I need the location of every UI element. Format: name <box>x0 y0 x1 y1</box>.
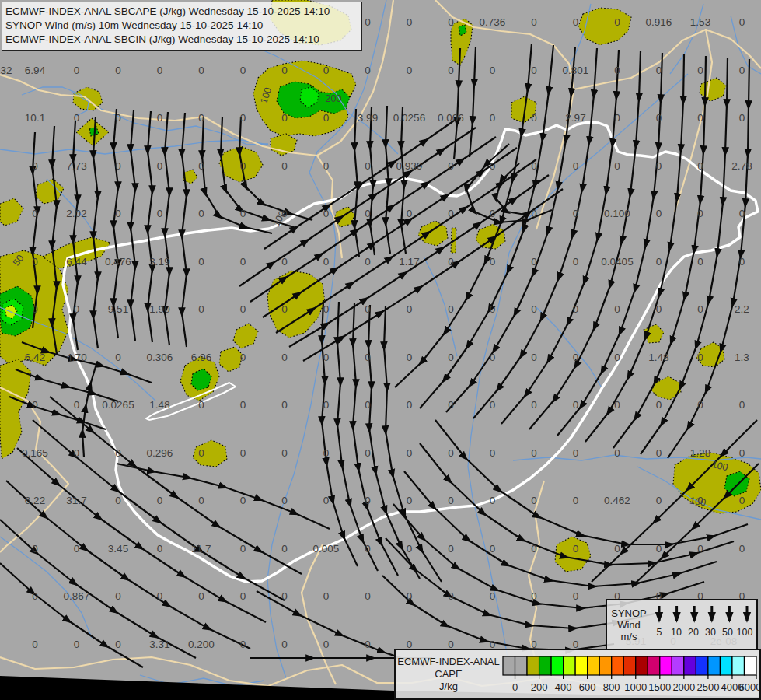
svg-text:0: 0 <box>490 208 496 219</box>
svg-text:0: 0 <box>323 495 330 506</box>
svg-text:2.78: 2.78 <box>731 160 752 172</box>
svg-text:0: 0 <box>531 65 537 76</box>
svg-text:0: 0 <box>281 639 288 650</box>
cape-tick-label: 800 <box>603 681 620 693</box>
svg-text:0: 0 <box>281 352 288 363</box>
svg-text:1.90: 1.90 <box>149 303 169 315</box>
wind-legend-source: SYNOP <box>611 607 647 619</box>
svg-text:0: 0 <box>614 352 620 363</box>
svg-text:0: 0 <box>157 543 163 555</box>
cape-swatch <box>564 656 576 675</box>
svg-text:0: 0 <box>656 65 662 76</box>
svg-text:1.28: 1.28 <box>690 447 710 459</box>
svg-text:0: 0 <box>490 590 496 602</box>
svg-text:0: 0 <box>115 352 121 363</box>
svg-text:0: 0 <box>74 543 80 555</box>
svg-text:0.916: 0.916 <box>646 16 672 28</box>
svg-text:3.19: 3.19 <box>149 256 169 268</box>
title-line-wind: SYNOP Wind (m/s) 10m Wednesday 15-10-202… <box>5 19 357 33</box>
svg-text:0: 0 <box>240 495 246 506</box>
cape-tick-label: 400 <box>555 681 572 693</box>
cape-swatch <box>648 656 660 675</box>
svg-text:10.1: 10.1 <box>25 112 45 124</box>
svg-text:2.2: 2.2 <box>735 303 749 315</box>
cape-tick-label: 200 <box>531 681 548 693</box>
svg-text:0: 0 <box>407 399 413 411</box>
svg-text:0: 0 <box>614 399 620 411</box>
svg-text:0: 0 <box>656 112 662 124</box>
svg-text:0: 0 <box>281 160 288 172</box>
svg-text:0: 0 <box>448 208 454 219</box>
svg-text:3.99: 3.99 <box>358 112 378 124</box>
svg-text:0: 0 <box>697 352 703 363</box>
cape-swatch <box>696 656 708 675</box>
svg-text:0: 0 <box>531 447 537 459</box>
svg-text:0: 0 <box>407 495 413 506</box>
cape-tick-label: 1500 <box>648 681 671 693</box>
svg-text:0: 0 <box>573 543 579 555</box>
title-box: ECMWF-INDEX-ANAL SBCAPE (J/kg) Wednesday… <box>2 2 362 51</box>
svg-text:0: 0 <box>656 399 662 411</box>
svg-text:0: 0 <box>157 590 163 602</box>
svg-text:0: 0 <box>365 16 371 28</box>
svg-text:0: 0 <box>614 112 620 124</box>
svg-text:0: 0 <box>115 160 121 172</box>
svg-text:0: 0 <box>531 543 537 555</box>
svg-text:0: 0 <box>323 160 330 172</box>
svg-text:0: 0 <box>32 399 38 411</box>
svg-text:0: 0 <box>407 543 413 555</box>
cape-tick-label: 2000 <box>672 681 695 693</box>
svg-text:0: 0 <box>240 160 246 172</box>
cape-swatch <box>744 656 756 675</box>
cape-swatch <box>539 656 552 675</box>
svg-text:0: 0 <box>323 590 330 602</box>
svg-text:0: 0 <box>531 112 537 124</box>
svg-text:6.42: 6.42 <box>25 352 45 363</box>
svg-text:0: 0 <box>281 495 288 506</box>
cape-tick-label: 1000 <box>624 681 647 693</box>
svg-text:0: 0 <box>365 639 371 650</box>
wind-speed-label: 10 <box>668 627 685 638</box>
svg-text:0: 0 <box>490 352 496 363</box>
svg-text:0: 0 <box>74 303 80 315</box>
svg-text:0: 0 <box>448 160 454 172</box>
svg-text:0.200: 0.200 <box>188 639 215 650</box>
svg-text:0: 0 <box>656 447 662 459</box>
svg-text:0: 0 <box>115 495 121 506</box>
svg-text:0: 0 <box>697 256 703 268</box>
svg-text:0: 0 <box>32 543 38 555</box>
weather-map-canvas: 0000.7360000.9161.5306.940000000000000.8… <box>0 0 761 700</box>
svg-text:1.48: 1.48 <box>149 399 169 411</box>
svg-text:0: 0 <box>240 352 246 363</box>
svg-text:0: 0 <box>323 352 330 363</box>
svg-text:0: 0 <box>573 399 579 411</box>
svg-text:0: 0 <box>448 256 454 268</box>
svg-text:0: 0 <box>573 160 579 172</box>
svg-text:0: 0 <box>281 256 288 268</box>
svg-text:0: 0 <box>157 65 163 76</box>
svg-text:0: 0 <box>323 639 330 650</box>
wind-legend: SYNOP Wind m/s 510203050100 <box>606 599 758 650</box>
svg-text:0: 0 <box>697 543 703 555</box>
svg-text:0: 0 <box>365 65 371 76</box>
svg-text:0: 0 <box>448 447 454 459</box>
cape-legend-title: ECMWF-INDEX-ANAL <box>397 656 499 668</box>
cape-swatch <box>503 656 515 675</box>
svg-text:0: 0 <box>32 256 38 268</box>
svg-text:0: 0 <box>32 160 38 172</box>
svg-text:0: 0 <box>240 65 246 76</box>
svg-text:0: 0 <box>697 399 703 411</box>
svg-text:1.3: 1.3 <box>735 352 749 363</box>
svg-text:0: 0 <box>614 543 620 555</box>
svg-text:0: 0 <box>240 590 246 602</box>
svg-text:0: 0 <box>407 65 413 76</box>
svg-text:0: 0 <box>74 399 80 411</box>
svg-text:0: 0 <box>490 65 496 76</box>
svg-text:0: 0 <box>490 399 496 411</box>
svg-text:0: 0 <box>407 352 413 363</box>
cape-tick-label: 0 <box>512 681 518 693</box>
svg-text:2.02: 2.02 <box>66 208 86 219</box>
cape-swatch <box>623 656 636 675</box>
svg-text:0: 0 <box>739 399 745 411</box>
cape-legend-units: J/kg <box>439 681 458 693</box>
